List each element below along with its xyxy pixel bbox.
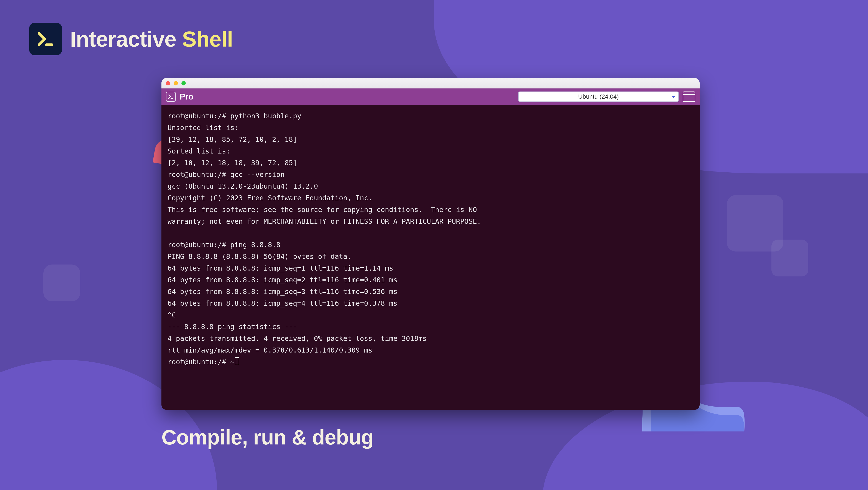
bg-square-right [727, 195, 783, 252]
app-toolbar: Pro Ubuntu (24.04) [161, 89, 700, 105]
layout-icon [683, 92, 694, 95]
layout-toggle-button[interactable] [683, 92, 695, 102]
page-header: Interactive Shell [29, 23, 233, 55]
terminal-output: root@ubuntu:/# python3 bubble.py Unsorte… [167, 110, 693, 368]
app-name-label: Pro [180, 92, 193, 101]
page-title-main: Interactive [70, 27, 182, 51]
os-selector-dropdown[interactable]: Ubuntu (24.04) [518, 92, 679, 102]
window-minimize-button[interactable] [174, 81, 178, 86]
os-selector-value: Ubuntu (24.04) [578, 93, 619, 100]
tagline: Compile, run & debug [161, 425, 373, 449]
terminal-window: Pro Ubuntu (24.04) root@ubuntu:/# python… [161, 78, 700, 410]
window-titlebar [161, 78, 700, 89]
bg-square-left [43, 264, 80, 301]
window-close-button[interactable] [166, 81, 170, 86]
app-logo-icon [29, 23, 62, 55]
terminal-cursor [235, 357, 239, 365]
window-maximize-button[interactable] [181, 81, 186, 86]
toolbar-logo-icon [166, 92, 176, 102]
terminal-body[interactable]: root@ubuntu:/# python3 bubble.py Unsorte… [161, 105, 700, 410]
page-title-accent: Shell [182, 27, 233, 51]
page-title: Interactive Shell [70, 27, 233, 52]
